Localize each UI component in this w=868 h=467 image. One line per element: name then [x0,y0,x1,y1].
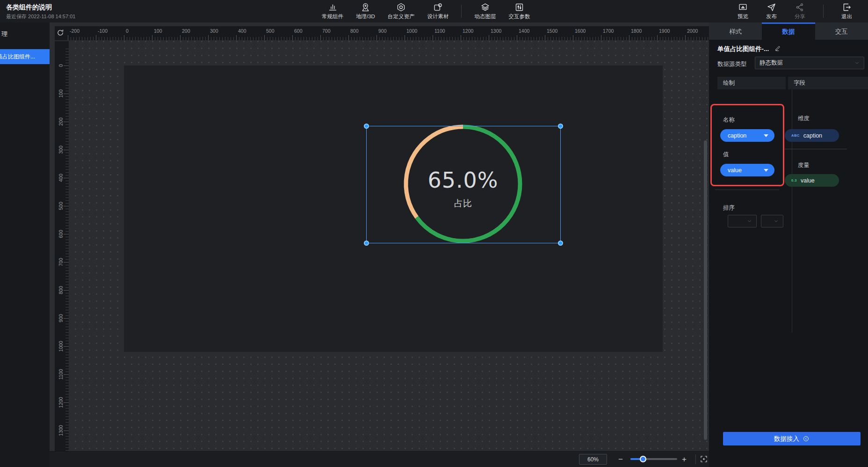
resize-handle-bottom-right[interactable] [558,241,563,246]
resize-handle-top-right[interactable] [558,124,563,129]
measure-type-badge: 0.3 [791,178,797,182]
tool-label: 自定义资产 [388,13,415,20]
tab-style[interactable]: 样式 [709,22,762,40]
panel-tabs: 样式 数据 交互 [709,22,868,40]
measure-label: 度量 [798,161,810,169]
layer-item-label: 值占比图组件... [0,53,35,61]
ruler-horizontal: -200-10001002003004005006007008009001000… [55,26,709,40]
name-label: 名称 [723,116,735,124]
exit-button[interactable]: 退出 [841,2,852,20]
resize-handle-bottom-left[interactable] [364,241,369,246]
zoom-slider-thumb[interactable] [640,456,646,462]
component-title: 单值占比图组件-... [717,45,769,53]
dimension-tag-text: caption [803,132,822,139]
paper-plane-icon [767,2,776,12]
page-title: 各类组件的说明 [6,3,52,12]
zoom-slider[interactable] [630,458,677,460]
name-field-value: caption [728,132,746,139]
dimension-label: 维度 [798,115,810,123]
zoom-level-input[interactable]: 60% [579,454,607,465]
tool-dynamic-layers[interactable]: 动态图层 [474,2,496,20]
column-divider [792,89,792,333]
sort-order-select[interactable] [761,215,783,227]
zoom-out-button[interactable]: − [618,452,623,467]
data-access-label: 数据接入 [774,435,799,443]
share-button[interactable]: 分享 [795,2,805,20]
resize-handle-top-left[interactable] [364,124,369,129]
divider [785,149,847,149]
tool-label: 预览 [738,13,748,20]
datasource-type-select[interactable]: 静态数据 [755,57,864,69]
subtab-fields[interactable]: 字段 [788,77,868,89]
canvas-area[interactable]: -200-10001002003004005006007008009001000… [50,22,709,467]
dimension-tag[interactable]: ABC caption [785,129,839,142]
layers-sidebar: 理 值占比图组件... [0,22,50,467]
tool-label: 分享 [795,13,805,20]
chevron-down-icon [774,219,779,224]
circle-back-icon [803,435,810,442]
tool-design-materials[interactable]: 设计素材 [427,2,448,20]
layer-item-selected[interactable]: 值占比图组件... [0,49,50,64]
tool-interaction-params[interactable]: 交互参数 [508,2,530,20]
share-nodes-icon [795,2,805,12]
last-saved-text: 最近保存 2022-11-08 14:57:01 [6,13,75,20]
zoom-bottombar: 60% − + [50,451,709,467]
topbar: 各类组件的说明 最近保存 2022-11-08 14:57:01 常规组件 地理… [0,0,868,22]
fit-to-screen-icon[interactable] [700,455,708,465]
tool-label: 设计素材 [427,13,448,20]
selection-bounding-box[interactable] [366,126,561,243]
tab-interaction[interactable]: 交互 [815,22,868,40]
layers-icon [480,2,490,12]
datasource-type-value: 静态数据 [760,59,783,67]
tab-data[interactable]: 数据 [762,22,815,40]
tool-label: 常规组件 [322,13,343,20]
chevron-down-icon [854,60,860,66]
value-field-select[interactable]: value [720,164,774,176]
tool-label: 交互参数 [508,13,530,20]
preview-monitor-icon [738,2,748,12]
value-field-value: value [728,167,742,174]
hexagon-circle-icon [396,2,406,12]
tool-label: 发布 [766,13,777,20]
caret-down-icon [764,169,768,172]
toolbar-center: 常规组件 地理/3D 自定义资产 设计素材 动态图层 交互参数 [322,0,530,22]
tool-geo-3d[interactable]: 地理/3D [356,2,375,20]
reset-rotation-icon[interactable] [56,28,65,39]
publish-button[interactable]: 发布 [766,2,777,20]
sliders-icon [514,2,524,12]
value-label: 值 [723,151,729,159]
tool-normal-components[interactable]: 常规组件 [322,2,343,20]
map-pin-icon [361,2,370,12]
tool-label: 地理/3D [356,13,375,20]
toolbar-divider [461,5,462,18]
exit-icon [842,2,852,12]
shape-circle-icon [433,2,443,12]
edit-title-icon[interactable] [774,44,781,53]
toolbar-divider [823,5,824,18]
measure-tag-text: value [801,177,815,184]
tool-custom-assets[interactable]: 自定义资产 [388,2,415,20]
datasource-type-label: 数据源类型 [717,60,747,68]
ruler-vertical: 0100200300400500600700800900100011001200… [55,41,69,467]
tool-label: 退出 [841,13,852,20]
bottombar-divider [695,454,696,464]
measure-tag[interactable]: 0.3 value [785,174,839,187]
divider [715,190,779,190]
sidebar-header-partial: 理 [1,30,7,38]
preview-button[interactable]: 预览 [738,2,748,20]
dashboard-editor-app: 各类组件的说明 最近保存 2022-11-08 14:57:01 常规组件 地理… [0,0,868,467]
sort-field-select[interactable] [728,215,757,227]
bar-chart-icon [328,2,338,12]
canvas-vertical-scrollbar[interactable] [704,140,707,440]
name-field-select[interactable]: caption [720,129,774,142]
chevron-down-icon [747,219,752,224]
panel-subtabs: 绘制 字段 [717,77,868,89]
zoom-in-button[interactable]: + [682,452,687,467]
toolbar-right: 预览 发布 分享 退出 [738,0,852,22]
data-access-button[interactable]: 数据接入 [723,432,861,445]
sort-label: 排序 [723,204,735,212]
caret-down-icon [764,134,768,137]
subtab-draw[interactable]: 绘制 [717,77,786,89]
config-panel: 样式 数据 交互 单值占比图组件-... 数据源类型 静态数据 绘制 字段 名称… [709,22,868,467]
tool-label: 动态图层 [474,13,496,20]
